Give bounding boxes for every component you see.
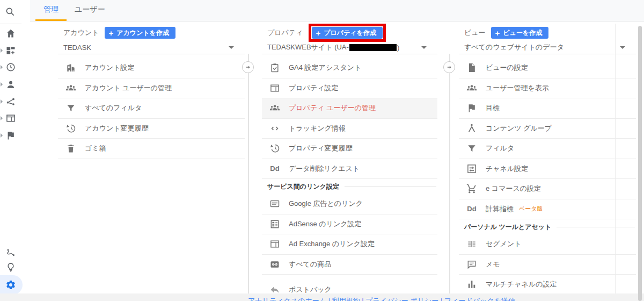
menu-item-label: 計算指標 (486, 204, 514, 214)
scrollbar-thumb[interactable] (638, 26, 642, 301)
nav-audience-person[interactable] (0, 76, 21, 93)
plus-icon: + (109, 29, 114, 37)
left-nav-rail (0, 0, 30, 301)
menu-item[interactable]: Dd計算指標ベータ版 (459, 199, 636, 220)
menu-item-label: ビューの設定 (486, 63, 528, 73)
window-icon (269, 83, 280, 94)
expand-arrow-icon[interactable] (1, 82, 3, 87)
menu-item[interactable]: Google 広告とのリンク (262, 194, 437, 214)
nav-attribution[interactable] (0, 246, 21, 259)
nav-home[interactable] (0, 25, 21, 42)
footer-links[interactable]: アナリティクスのホーム | 利用規約 | プライバシー ポリシー | フィードバ… (248, 296, 515, 301)
ads-icon (269, 198, 280, 209)
nav-insights-bulb[interactable] (0, 261, 21, 274)
menu-item[interactable]: プロパティ設定 (262, 78, 437, 99)
realtime-clock-icon (5, 62, 16, 73)
view-selector[interactable]: すべてのウェブサイトのデータ (459, 41, 636, 54)
menu-item[interactable]: マルチチャネルの設定 (459, 275, 636, 295)
property-selector[interactable]: TEDASKWEBサイト (UA- ) (262, 41, 437, 54)
expand-arrow-icon[interactable] (1, 65, 3, 69)
search-icon (5, 6, 16, 17)
plus-icon: + (495, 29, 500, 37)
menu-item-label: セグメント (486, 239, 522, 249)
menu-item-label: プロパティ ユーザーの管理 (289, 103, 376, 113)
beta-badge: ベータ版 (519, 205, 543, 213)
property-column: プロパティ +プロパティを作成 TEDASKWEBサイト (UA- ) GA4 … (262, 25, 437, 300)
account-selector[interactable]: TEDASK (58, 41, 245, 54)
menu-item[interactable]: ユーザー管理を表示 (459, 78, 636, 99)
menu-item[interactable]: コンテンツ グループ (459, 119, 636, 139)
menu-item[interactable]: フィルタ (459, 139, 636, 159)
nav-admin-gear[interactable] (0, 275, 21, 295)
nav-behavior-layout[interactable] (0, 110, 21, 127)
menu-item[interactable]: Ad Exchange のリンク設定 (262, 234, 437, 255)
menu-item[interactable]: すべての商品 (262, 255, 437, 275)
people-icon (269, 103, 280, 113)
column-divider (248, 54, 249, 293)
account-selector-text: TEDASK (63, 44, 91, 52)
menu-item-label: アカウント設定 (85, 63, 135, 73)
menu-item-label: GA4 設定アシスタント (289, 63, 361, 73)
code-icon (269, 123, 280, 134)
menu-item[interactable]: アカウント変更履歴 (58, 119, 245, 139)
tab-admin[interactable]: 管理 (35, 0, 67, 21)
people-icon (65, 83, 76, 94)
create-property-button[interactable]: +プロパティを作成 (312, 27, 383, 39)
link-icon (269, 259, 280, 270)
view-header: ビュー +ビューを作成 (459, 25, 636, 41)
search-button[interactable] (0, 0, 30, 24)
expand-arrow-icon[interactable] (1, 99, 3, 104)
menu-item[interactable]: プロパティ ユーザーの管理 (262, 98, 437, 119)
menu-item-label: e コマースの設定 (486, 184, 541, 194)
expand-arrow-icon[interactable] (1, 48, 3, 53)
menu-item[interactable]: 目標 (459, 98, 636, 119)
menu-item[interactable]: ビューの設定 (459, 58, 636, 78)
menu-item[interactable]: e コマースの設定 (459, 179, 636, 199)
account-menu: アカウント設定アカウント ユーザーの管理すべてのフィルタアカウント変更履歴ゴミ箱 (58, 54, 245, 159)
create-account-button[interactable]: +アカウントを作成 (105, 27, 175, 39)
window-icon (269, 239, 280, 249)
menu-item[interactable]: トラッキング情報 (262, 119, 437, 139)
menu-item[interactable]: すべてのフィルタ (58, 98, 245, 119)
account-column: アカウント +アカウントを作成 TEDASK アカウント設定アカウント ユーザー… (58, 25, 245, 159)
menu-item[interactable]: アカウント ユーザーの管理 (58, 78, 245, 99)
collapse-column-arrow-icon[interactable] (242, 61, 254, 73)
menu-item[interactable]: ゴミ箱 (58, 139, 245, 159)
menu-item[interactable]: プロパティ変更履歴 (262, 139, 437, 159)
nav-conversions-flag[interactable] (0, 127, 21, 144)
section-rule (557, 227, 635, 227)
menu-item[interactable]: AdSense のリンク設定 (262, 214, 437, 235)
attribution-icon (5, 247, 16, 258)
document-icon (466, 62, 477, 73)
view-column: ビュー +ビューを作成 すべてのウェブサイトのデータ ビューの設定ユーザー管理を… (459, 25, 636, 295)
nav-realtime-clock[interactable] (0, 59, 21, 76)
menu-item-label: すべてのフィルタ (85, 103, 142, 113)
collapse-column-arrow-icon[interactable] (443, 61, 455, 73)
caret-down-icon (229, 46, 234, 49)
expand-arrow-icon[interactable] (1, 116, 3, 120)
menu-item[interactable]: セグメント (459, 234, 636, 255)
nav-acquisition-share[interactable] (0, 93, 21, 110)
behavior-layout-icon (5, 113, 16, 124)
top-tab-bar: 管理ユーザー (30, 0, 644, 22)
highlight-box: +プロパティを作成 (309, 24, 386, 42)
nav-customization[interactable] (0, 42, 21, 59)
building-icon (65, 62, 76, 73)
menu-item-label: フィルタ (486, 144, 514, 153)
menu-item[interactable]: メモ (459, 255, 636, 275)
admin-gear-icon (5, 280, 16, 290)
caret-down-icon (421, 46, 427, 49)
menu-item[interactable]: チャネル設定 (459, 159, 636, 180)
menu-item-label: ユーザー管理を表示 (486, 83, 549, 93)
filter-icon (65, 103, 76, 113)
account-label: アカウント (63, 28, 99, 38)
expand-arrow-icon[interactable] (1, 133, 3, 138)
tab-users[interactable]: ユーザー (67, 0, 113, 21)
menu-item[interactable]: Ddデータ削除リクエスト (262, 159, 437, 180)
menu-item-label: 目標 (486, 103, 500, 113)
create-view-button[interactable]: +ビューを作成 (491, 27, 549, 39)
column-divider (449, 54, 450, 293)
menu-item[interactable]: GA4 設定アシスタント (262, 58, 437, 78)
insights-bulb-icon (5, 262, 16, 273)
menu-item[interactable]: アカウント設定 (58, 58, 245, 78)
